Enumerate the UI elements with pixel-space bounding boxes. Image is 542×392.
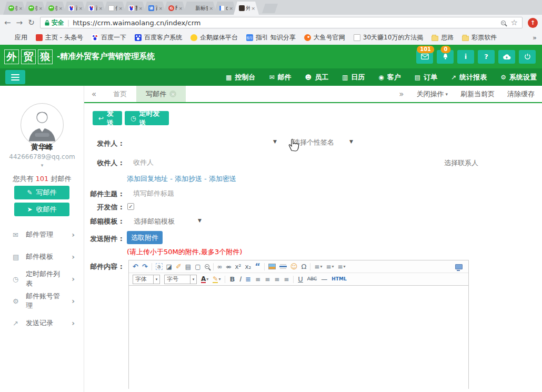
- text-color-icon[interactable]: A▾: [201, 276, 208, 283]
- paragraph-format-icon[interactable]: ≡▾: [338, 264, 346, 270]
- clear-cache-button[interactable]: 清除缓存: [507, 89, 535, 99]
- bookmark-item[interactable]: 主页 - 头条号: [36, 33, 83, 42]
- nav-item-staff[interactable]: ☻员工: [305, 73, 328, 82]
- browser-tab[interactable]: 翻×: [123, 2, 146, 15]
- tab-close-icon[interactable]: ×: [38, 6, 43, 11]
- fullscreen-monitor-icon[interactable]: [455, 264, 463, 269]
- signature-caret-icon[interactable]: ▼: [349, 139, 353, 144]
- auto-typeset-icon[interactable]: a: [156, 263, 163, 270]
- eraser-icon[interactable]: ◪: [166, 264, 172, 270]
- bookmark-item[interactable]: 企鹅媒体平台: [190, 33, 238, 42]
- line-height-icon[interactable]: ≡▾: [314, 264, 322, 270]
- nav-item-orders[interactable]: ▤订单: [415, 73, 437, 82]
- zoom-icon[interactable]: [501, 21, 506, 25]
- bookmarks-overflow-icon[interactable]: »: [533, 34, 537, 42]
- schedule-send-button[interactable]: ◷定时发送: [125, 111, 169, 125]
- bookmark-item[interactable]: 思路: [431, 33, 454, 42]
- tabs-scroll-right-icon[interactable]: »: [399, 89, 404, 99]
- info-button[interactable]: i: [457, 50, 474, 64]
- tab-close-icon[interactable]: ×: [118, 6, 123, 11]
- blockquote-icon[interactable]: “: [255, 263, 260, 271]
- nav-item-calendar[interactable]: ▥日历: [342, 73, 365, 82]
- tab-close-icon[interactable]: ×: [98, 6, 103, 11]
- bookmark-item[interactable]: 彩票软件: [462, 33, 497, 42]
- bookmark-item[interactable]: 30天赚10万的方法揭: [354, 33, 424, 42]
- close-actions-dropdown[interactable]: 关闭操作▾: [416, 89, 448, 99]
- browser-tab[interactable]: 微×: [23, 2, 46, 15]
- dev-letter-checkbox[interactable]: ✓: [127, 203, 134, 210]
- line-spacing-icon[interactable]: ≡▾: [326, 264, 334, 270]
- justify-icon[interactable]: ≡: [284, 276, 289, 283]
- bold-icon[interactable]: B: [229, 276, 235, 283]
- align-center-icon[interactable]: ≡: [274, 276, 279, 283]
- compose-mail-button[interactable]: ✎写邮件: [14, 186, 69, 199]
- user-menu-caret-icon[interactable]: ▾: [0, 163, 84, 168]
- sidebar-item-mail-template[interactable]: ▤邮件模板›: [0, 246, 84, 268]
- cloud-button[interactable]: [498, 50, 515, 64]
- page-break-icon[interactable]: [279, 266, 287, 267]
- sender-select[interactable]: [127, 136, 277, 148]
- browser-tab[interactable]: 百×: [63, 2, 86, 15]
- rich-text-editor[interactable]: ↶ ↷ a ◪ ✐ ▤ ▢ ∞ ∞ x² x₂ “ ☺ Ω: [128, 260, 469, 389]
- browser-tab[interactable]: 信×: [103, 2, 126, 15]
- bookmark-item[interactable]: 指引指引 知识分享: [246, 33, 296, 42]
- tabs-scroll-left-icon[interactable]: «: [84, 89, 104, 99]
- browser-update-icon[interactable]: ↑: [528, 18, 538, 28]
- back-icon[interactable]: ←: [4, 19, 11, 27]
- sidebar-item-mail-accounts[interactable]: ⚙邮件账号管理›: [0, 290, 84, 312]
- browser-tab-active[interactable]: 外×: [234, 2, 259, 15]
- format-brush-icon[interactable]: ✐: [176, 263, 182, 270]
- secure-indicator[interactable]: 安全: [45, 18, 64, 27]
- align-left-icon[interactable]: ≡: [255, 276, 260, 283]
- url-text[interactable]: https://crm.waimaolang.cn/index/crm: [73, 19, 200, 27]
- browser-tab[interactable]: 译百×: [143, 2, 166, 15]
- bookmark-star-icon[interactable]: ☆: [511, 19, 518, 27]
- help-button[interactable]: ?: [478, 50, 495, 64]
- refresh-page-button[interactable]: 刷新当前页: [460, 89, 495, 99]
- nav-item-settings[interactable]: ⚙系统设置: [500, 73, 537, 82]
- horizontal-rule-icon[interactable]: —: [321, 276, 327, 283]
- browser-tab[interactable]: da×: [214, 2, 237, 15]
- html-source-icon[interactable]: HTML: [332, 277, 346, 282]
- tab-close-icon[interactable]: ×: [58, 6, 63, 11]
- pick-contact-link[interactable]: 选择联系人: [444, 158, 478, 168]
- logout-button[interactable]: [519, 50, 536, 64]
- search-replace-icon[interactable]: [205, 264, 209, 269]
- reload-icon[interactable]: ↻: [28, 19, 35, 27]
- sidebar-toggle-button[interactable]: [5, 70, 25, 84]
- nav-item-reports[interactable]: ↗统计报表: [451, 73, 487, 82]
- paste-plain-icon[interactable]: ▢: [195, 264, 200, 270]
- align-right-icon[interactable]: ≡: [265, 276, 270, 283]
- browser-tab[interactable]: 百×: [83, 2, 106, 15]
- nav-item-customers[interactable]: ◉客户: [378, 73, 400, 82]
- subscript-icon[interactable]: x₂: [245, 264, 251, 270]
- font-size-select[interactable]: 字号▾: [164, 275, 197, 284]
- font-family-select[interactable]: 字体▾: [133, 275, 160, 284]
- tab-home[interactable]: 首页: [104, 86, 136, 102]
- italic-icon[interactable]: I: [239, 276, 241, 283]
- bookmark-item[interactable]: 百度客户系统: [135, 33, 182, 42]
- receive-mail-button[interactable]: ➤收邮件: [14, 203, 69, 216]
- indent-icon[interactable]: ≡: [245, 276, 251, 283]
- browser-tab[interactable]: 微×: [3, 2, 26, 15]
- nav-item-console[interactable]: ▦控制台: [226, 73, 255, 82]
- superscript-icon[interactable]: x²: [235, 264, 242, 270]
- tab-close-icon[interactable]: ×: [178, 6, 183, 11]
- tab-close-icon[interactable]: ×: [18, 6, 23, 11]
- browser-tab[interactable]: 微×: [43, 2, 66, 15]
- undo-icon[interactable]: ↶: [133, 263, 138, 270]
- strikethrough-icon[interactable]: ABC: [307, 277, 317, 282]
- recipient-input[interactable]: [133, 156, 354, 168]
- new-tab-button[interactable]: [262, 4, 278, 13]
- add-reply-cc-bcc-links[interactable]: 添加回复地址 - 添加抄送 - 添加密送: [127, 174, 236, 184]
- special-char-icon[interactable]: Ω: [301, 263, 306, 270]
- tab-close-icon[interactable]: ×: [229, 6, 233, 11]
- underline-icon[interactable]: U: [298, 276, 303, 283]
- unlink-icon[interactable]: ∞: [226, 264, 232, 270]
- avatar[interactable]: [20, 103, 64, 148]
- send-button[interactable]: ↩发送: [93, 111, 122, 125]
- paste-formatted-icon[interactable]: ▤: [185, 264, 191, 270]
- mail-template-select[interactable]: 选择邮箱模板: [134, 217, 175, 226]
- bookmark-item[interactable]: 百度一下: [92, 33, 126, 42]
- subject-input[interactable]: [133, 187, 354, 199]
